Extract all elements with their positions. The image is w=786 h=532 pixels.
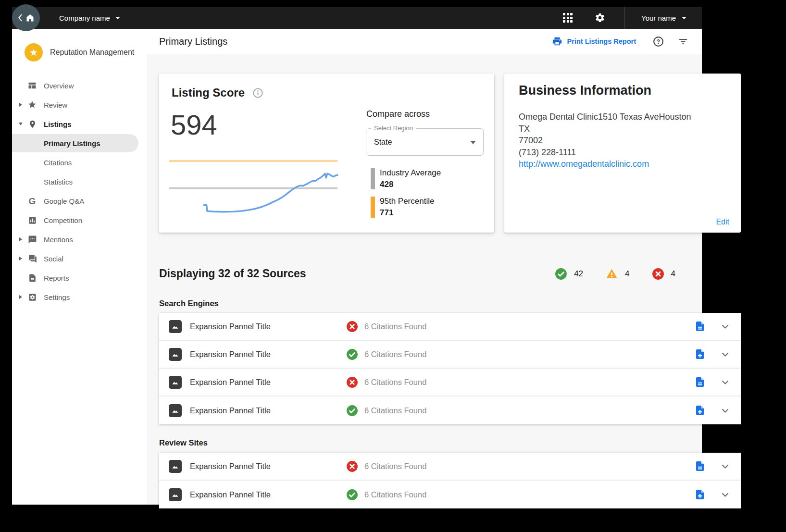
legend-industry-average: Industry Average 428 [371,168,441,189]
topbar: Company name Your name [12,7,702,29]
expand-down-icon [19,123,23,125]
business-info-card: Business Information Omega Dental Clinic… [504,74,741,233]
sidebar-item-primary-listings[interactable]: Primary Listings [12,134,138,152]
chevron-down-icon[interactable] [720,322,730,332]
warning-triangle-icon [605,267,618,280]
expand-right-icon [19,257,22,260]
settings-box-icon [27,292,37,302]
user-menu[interactable]: Your name [625,14,702,22]
topbar-right: Your name [563,7,702,29]
overview-icon [27,81,37,90]
company-name-label: Company name [59,14,110,22]
check-circle-icon [346,405,358,417]
expansion-panel-row[interactable]: Expansion Pannel Title 6 Citations Found [159,341,741,369]
image-icon [169,460,182,473]
error-badge: 4 [652,268,675,280]
expansion-panel-row[interactable]: Expansion Pannel Title 6 Citations Found [159,453,741,481]
image-icon [169,404,182,417]
help-button[interactable]: ? [652,36,664,48]
image-icon [169,376,182,389]
company-selector[interactable]: Company name [56,13,123,23]
website-link[interactable]: http://www.omegadentalclinic.com [519,159,649,169]
apps-grid-button[interactable] [563,13,573,23]
doc-lines-icon[interactable] [694,460,706,472]
sidebar-item-listings[interactable]: Listings [12,114,147,134]
page-toolbar: Primary Listings Print Listings Report ? [147,29,702,54]
sidebar-nav: Overview Review Listings [12,76,147,307]
sidebar-item-mentions[interactable]: Mentions [12,230,147,249]
sidebar-item-competition[interactable]: Competition [12,210,147,230]
sources-heading: Displaying 32 of 32 Sources [159,267,306,280]
expansion-panel-row[interactable]: Expansion Pannel Title 6 Citations Found [159,313,741,341]
region-select-label: Select Region [371,124,416,132]
doc-add-icon[interactable] [694,489,706,500]
sources-summary-bar: Displaying 32 of 32 Sources 42 4 [159,267,675,280]
chevron-down-icon[interactable] [720,349,730,359]
warning-badge: 4 [605,267,629,280]
settings-gear-button[interactable] [595,12,605,23]
chevron-down-icon[interactable] [720,461,730,471]
group-title-search-engines: Search Engines [159,299,219,308]
chat-bubbles-icon [27,254,37,263]
legend-95th-percentile: 95th Percentile 771 [371,197,434,218]
caret-down-icon [115,17,120,19]
star-icon [27,100,37,110]
document-icon [27,273,37,283]
expand-right-icon [19,295,22,299]
user-name-label: Your name [641,14,676,22]
page-title: Primary Listings [159,36,227,47]
doc-lines-icon[interactable] [694,376,706,388]
listing-score-chart [168,155,338,218]
check-circle-icon [346,489,358,501]
status-badges: 42 4 4 [533,267,675,280]
sidebar-item-settings[interactable]: Settings [12,287,147,307]
location-pin-icon [27,119,37,129]
address-line: (713) 228-1111 [519,147,725,159]
edit-link[interactable]: Edit [716,218,729,226]
print-report-button[interactable]: Print Listings Report [549,36,639,47]
chevron-down-icon[interactable] [720,490,730,500]
printer-icon [552,36,562,47]
app-title: Reputation Management [50,48,134,57]
doc-lines-icon[interactable] [694,321,706,332]
app-logo: ★ [25,43,43,62]
image-icon [169,320,182,333]
expand-right-icon [19,237,22,241]
home-button[interactable] [12,4,40,31]
chevron-down-icon[interactable] [720,377,730,387]
expansion-panel-row[interactable]: Expansion Pannel Title 6 Citations Found [159,396,741,424]
address-line: Omega Dental Clinic1510 Texas AveHouston [519,111,725,123]
region-select[interactable]: Select Region State [366,128,484,156]
gear-icon [595,12,605,23]
review-sites-panel-group: Expansion Pannel Title 6 Citations Found [159,453,741,508]
error-circle-icon [652,268,664,280]
check-circle-icon [555,268,567,280]
sidebar-item-google-qa[interactable]: G Google Q&A [12,191,147,210]
info-icon[interactable] [252,87,263,99]
expansion-panel-row[interactable]: Expansion Pannel Title 6 Citations Found [159,369,741,396]
business-address: Omega Dental Clinic1510 Texas AveHouston… [519,111,725,170]
sidebar-item-review[interactable]: Review [12,95,147,114]
apps-grid-icon [563,13,573,23]
sidebar-item-reports[interactable]: Reports [12,268,147,287]
comment-icon [27,235,37,244]
svg-text:?: ? [657,38,660,45]
expansion-panel-row[interactable]: Expansion Pannel Title 6 Citations Found [159,481,741,508]
sidebar-item-citations[interactable]: Citations [12,153,147,172]
doc-add-icon[interactable] [694,348,706,360]
sidebar: ★ Reputation Management Overview Review [12,29,147,505]
error-circle-icon [346,460,358,472]
sidebar-item-overview[interactable]: Overview [12,76,147,95]
compare-across-label: Compare across [366,109,430,119]
sidebar-item-social[interactable]: Social [12,249,147,268]
filter-icon [678,36,688,47]
doc-add-icon[interactable] [694,405,706,416]
sidebar-item-statistics[interactable]: Statistics [12,172,147,191]
image-icon [169,348,182,361]
expand-right-icon [19,103,22,107]
screenshot-stage: Company name Your name [0,0,786,532]
address-line: 77002 [519,135,725,147]
listing-score-card: Listing Score 594 Compare across Select … [159,74,494,233]
filter-button[interactable] [678,36,688,47]
chevron-down-icon[interactable] [720,406,730,416]
